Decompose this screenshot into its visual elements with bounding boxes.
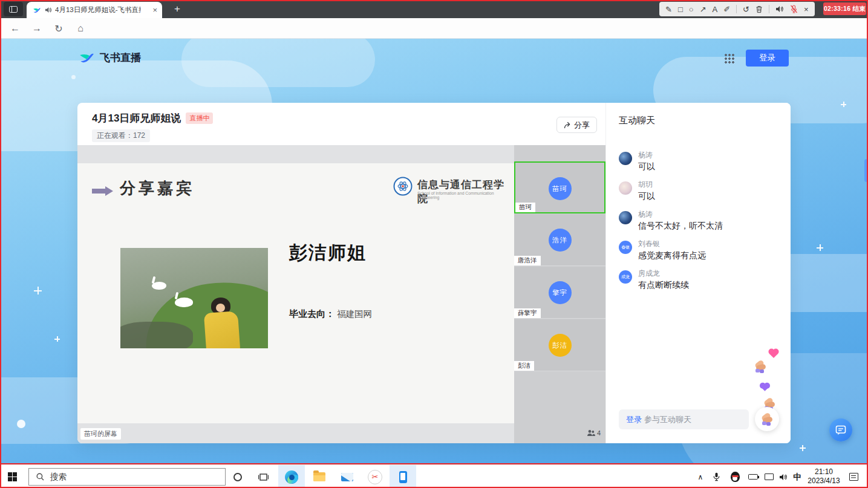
action-center-button[interactable] xyxy=(844,465,863,488)
forward-button[interactable]: → xyxy=(28,18,46,39)
chat-login-link[interactable]: 登录 xyxy=(626,414,642,425)
tray-expand-button[interactable]: ∧ xyxy=(693,465,708,488)
ime-indicator[interactable]: 中 xyxy=(790,465,804,488)
microphone-muted-icon[interactable] xyxy=(790,5,798,13)
refresh-button[interactable]: ↻ xyxy=(50,18,68,39)
edge-icon xyxy=(285,470,298,484)
file-explorer-button[interactable] xyxy=(306,465,333,488)
participant-label: 苗珂 xyxy=(515,203,535,212)
your-phone-button[interactable] xyxy=(390,465,416,488)
chat-bubble-icon xyxy=(835,425,846,435)
participant-tile[interactable]: 彭洁 彭洁 xyxy=(514,319,605,371)
trash-icon[interactable] xyxy=(755,5,763,13)
chat-message-text: 可以 xyxy=(638,161,778,172)
toolbar-divider xyxy=(769,5,769,13)
dot-decoration xyxy=(71,75,76,79)
tray-network[interactable] xyxy=(761,465,777,488)
tab-audio-icon[interactable] xyxy=(45,7,51,13)
user-avatar: 春银 xyxy=(619,241,632,254)
graduation-value: 福建国网 xyxy=(337,309,372,319)
taskbar-search-input[interactable]: 搜索 xyxy=(28,468,226,486)
cortana-icon xyxy=(233,473,242,481)
presentation-slide: 分享嘉宾 信息与通信工程学院 School of Information and… xyxy=(77,163,514,423)
participant-label: 彭洁 xyxy=(514,361,534,371)
chat-user-name: 杨涛 xyxy=(638,150,778,160)
stream-column: 4月13日师兄师姐说 直播中 正在观看：172 分享 分享嘉宾 信息与通信工程学… xyxy=(77,103,605,443)
side-panel-handle[interactable] xyxy=(864,159,868,182)
recording-timer-badge[interactable]: 02:33:16 结束 xyxy=(823,2,866,15)
share-icon xyxy=(564,122,571,129)
guest-name: 彭洁师姐 xyxy=(289,241,367,265)
tray-battery[interactable] xyxy=(745,465,761,488)
participant-tile[interactable]: 擎宇 薛擎宇 xyxy=(514,267,605,319)
site-logo[interactable]: 飞书直播 xyxy=(79,50,141,66)
screen-share-area[interactable]: 分享嘉宾 信息与通信工程学院 School of Information and… xyxy=(77,145,514,443)
tab-actions-button[interactable] xyxy=(4,2,23,16)
user-avatar xyxy=(619,152,632,165)
tray-volume[interactable] xyxy=(775,465,791,488)
tray-microphone[interactable] xyxy=(709,465,723,488)
participant-label: 唐浩洋 xyxy=(514,256,541,265)
ellipse-tool-icon[interactable]: ○ xyxy=(689,5,694,13)
participant-count[interactable]: 4 xyxy=(587,429,601,437)
screen-capture-button[interactable]: ✂ xyxy=(362,465,388,488)
toolbar-divider xyxy=(736,5,737,13)
feishu-logo-icon xyxy=(79,50,95,66)
people-icon xyxy=(587,429,595,437)
marker-tool-icon[interactable]: ✐ xyxy=(723,5,730,13)
participant-label: 薛擎宇 xyxy=(514,308,541,318)
chat-panel: 互动聊天 杨涛 可以 胡玥 可以 杨涛 信号不太好，听不太清 春银 刘春银 感觉… xyxy=(605,103,791,443)
edge-taskbar-button[interactable] xyxy=(278,465,305,488)
tab-close-icon[interactable]: × xyxy=(152,6,157,14)
tray-qq[interactable] xyxy=(727,465,743,488)
feedback-chat-button[interactable] xyxy=(829,418,852,441)
browser-tab[interactable]: 4月13日师兄师姐说-飞书直播 × xyxy=(27,2,162,18)
task-view-icon xyxy=(258,473,269,481)
home-button[interactable]: ⌂ xyxy=(71,18,90,39)
folder-icon xyxy=(313,472,325,481)
chat-message-text: 有点断断续续 xyxy=(638,280,778,291)
user-avatar xyxy=(619,211,632,224)
back-button[interactable]: ← xyxy=(6,18,24,39)
cortana-button[interactable] xyxy=(225,465,250,488)
participant-avatar: 浩洋 xyxy=(549,229,572,252)
participant-tile[interactable]: 浩洋 唐浩洋 xyxy=(514,214,605,266)
share-label: 分享 xyxy=(574,120,590,131)
mail-button[interactable] xyxy=(334,465,361,488)
login-button[interactable]: 登录 xyxy=(746,50,789,67)
swan-figure xyxy=(152,282,166,290)
sparkle-decoration xyxy=(54,336,60,342)
stream-title: 4月13日师兄师姐说 xyxy=(92,111,181,125)
task-view-button[interactable] xyxy=(250,465,276,488)
rectangle-tool-icon[interactable]: □ xyxy=(678,5,683,13)
live-stream-card: 4月13日师兄师姐说 直播中 正在观看：172 分享 分享嘉宾 信息与通信工程学… xyxy=(77,103,791,443)
text-tool-icon[interactable]: A xyxy=(713,5,718,13)
microphone-icon xyxy=(713,472,720,481)
start-button[interactable] xyxy=(8,472,17,481)
new-tab-button[interactable]: + xyxy=(169,1,185,17)
clap-reaction-icon xyxy=(753,359,768,374)
share-button[interactable]: 分享 xyxy=(556,117,597,133)
chat-message: 成龙 房成龙 有点断断续续 xyxy=(619,268,778,291)
slide-heading: 分享嘉宾 xyxy=(120,178,195,199)
mail-icon xyxy=(341,473,353,481)
brand-title: 飞书直播 xyxy=(100,51,141,65)
chat-user-name: 胡玥 xyxy=(638,180,778,190)
close-annotation-icon[interactable]: × xyxy=(804,5,809,13)
chat-input-placeholder: 参与互动聊天 xyxy=(644,414,691,425)
clap-reaction-icon xyxy=(760,412,774,426)
taskbar-clock[interactable]: 21:10 2023/4/13 xyxy=(804,467,843,486)
graduation-label: 毕业去向： xyxy=(289,308,334,319)
user-avatar xyxy=(619,181,632,195)
chat-input[interactable]: 登录 参与互动聊天 xyxy=(619,409,749,429)
user-avatar: 成龙 xyxy=(619,270,632,284)
arrow-tool-icon[interactable]: ↗ xyxy=(700,5,706,13)
participant-tile[interactable]: 苗珂 苗珂 xyxy=(514,161,605,213)
send-reaction-button[interactable] xyxy=(755,407,779,431)
apps-grid-icon[interactable] xyxy=(725,54,734,63)
windows-taskbar: 搜索 ✂ ∧ 中 21:10 2023/4/13 xyxy=(0,464,868,488)
undo-icon[interactable]: ↺ xyxy=(743,5,749,13)
annotation-toolbar: ✎ □ ○ ↗ A ✐ ↺ × xyxy=(659,2,815,16)
speaker-icon[interactable] xyxy=(775,5,784,13)
pencil-tool-icon[interactable]: ✎ xyxy=(665,5,672,13)
